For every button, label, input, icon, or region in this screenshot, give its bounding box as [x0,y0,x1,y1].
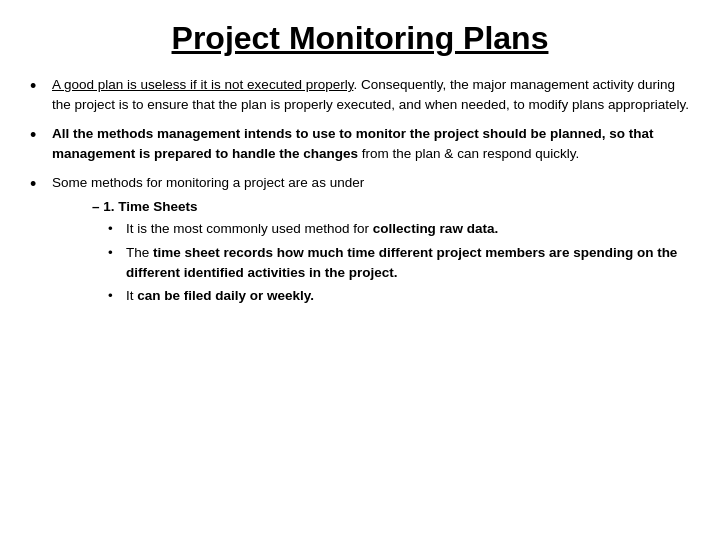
bold-text: time sheet records how much time differe… [126,245,677,280]
sub-item-text: The time sheet records how much time dif… [126,243,690,282]
text-span: A good plan is useless if it is not exec… [52,77,353,92]
bullet-icon: • [30,124,48,147]
list-item: • The time sheet records how much time d… [108,243,690,282]
main-bullet-list: • A good plan is useless if it is not ex… [30,75,690,313]
bullet-text-2: All the methods management intends to us… [52,124,690,163]
bullet-icon: • [30,75,48,98]
sub-list-content: – 1. Time Sheets • It is the most common… [92,197,690,310]
bullet-text-1: A good plan is useless if it is not exec… [52,75,690,114]
text-span: from the plan & can respond quickly. [358,146,579,161]
slide-container: Project Monitoring Plans • A good plan i… [0,0,720,540]
sub-item-text: It is the most commonly used method for … [126,219,498,239]
list-item: – 1. Time Sheets • It is the most common… [70,197,690,310]
sub-sub-list: • It is the most commonly used method fo… [92,219,690,305]
list-item: • It can be filed daily or weekly. [108,286,690,306]
bold-text: collecting raw data. [373,221,498,236]
bullet-icon: • [30,173,48,196]
sub-item-text: It can be filed daily or weekly. [126,286,314,306]
bullet-small-icon: • [108,286,122,306]
bullet-text-3: Some methods for monitoring a project ar… [52,173,690,312]
content-area: • A good plan is useless if it is not ex… [30,75,690,323]
bold-text: can be filed daily or weekly. [137,288,314,303]
list-item: • Some methods for monitoring a project … [30,173,690,312]
bullet-small-icon: • [108,243,122,263]
list-item: • All the methods management intends to … [30,124,690,163]
text-span: Some methods for monitoring a project ar… [52,175,364,190]
list-item: • A good plan is useless if it is not ex… [30,75,690,114]
bullet-small-icon: • [108,219,122,239]
time-sheets-label: – 1. Time Sheets [92,199,198,214]
sub-list: – 1. Time Sheets • It is the most common… [52,197,690,310]
page-title: Project Monitoring Plans [30,20,690,57]
list-item: • It is the most commonly used method fo… [108,219,690,239]
